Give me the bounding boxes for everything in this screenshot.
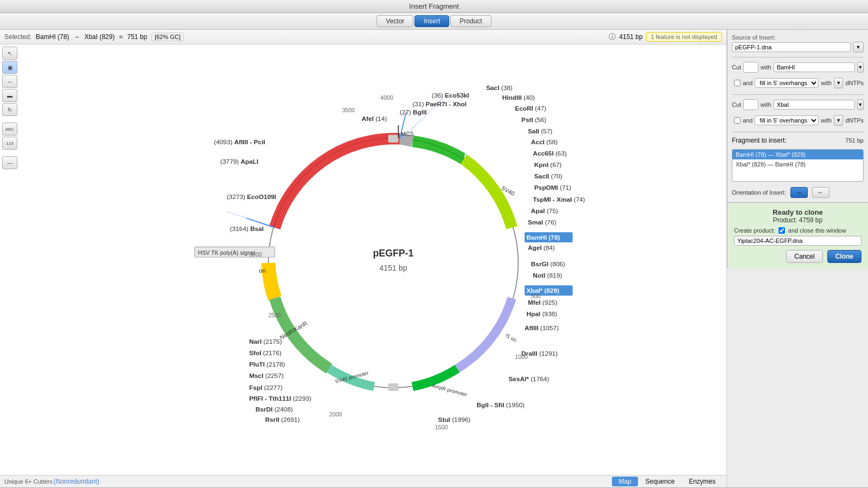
- svg-text:PflFI - Tth111I  (2293): PflFI - Tth111I (2293): [249, 395, 311, 402]
- tab-product[interactable]: Product: [450, 15, 491, 27]
- svg-text:SacI (38): SacI (38): [486, 84, 513, 92]
- create-label: Create product:: [734, 227, 775, 234]
- fragment-bp: 751 bp: [845, 137, 864, 144]
- cut2-enzyme-dropdown[interactable]: ▼: [857, 99, 864, 110]
- tool-zoom[interactable]: ↔: [2, 75, 17, 88]
- svg-text:KpnI (67): KpnI (67): [534, 161, 562, 169]
- tool-line[interactable]: —: [2, 156, 17, 169]
- svg-text:(31)  PaeR7I - XhoI: (31) PaeR7I - XhoI: [412, 100, 467, 108]
- right-column: Source of Insert: ▼ Cut ▲ ▼ with: [727, 30, 868, 487]
- fill2-select[interactable]: fill in 5' overhangs: [755, 115, 819, 125]
- cut1-label: Cut: [732, 64, 741, 70]
- svg-text:PspOMI (71): PspOMI (71): [534, 184, 571, 191]
- tool-select[interactable]: ▣: [2, 61, 17, 74]
- tool-feature[interactable]: ▬: [2, 89, 17, 102]
- svg-text:(36)  Eco53kI: (36) Eco53kI: [432, 92, 469, 99]
- svg-text:(4093)  AfIIII - PciI: (4093) AfIIII - PciI: [214, 138, 265, 146]
- svg-text:SalI (57): SalI (57): [528, 127, 552, 135]
- svg-text:StuI (1996): StuI (1996): [438, 416, 471, 423]
- ready-title: Ready to clone: [734, 208, 861, 216]
- close-checkbox[interactable]: [778, 227, 785, 234]
- fragment-list: BamHI (78) — XbaI* (829) XbaI* (829) — B…: [732, 149, 864, 182]
- fill1-select[interactable]: fill in 5' overhangs: [755, 78, 819, 88]
- tab-vector[interactable]: Vector: [376, 15, 413, 27]
- tab-insert[interactable]: Insert: [414, 15, 449, 27]
- source-dropdown[interactable]: ▼: [853, 42, 864, 53]
- circular-map-svg: EGFP MCS SV40 or: [22, 44, 726, 475]
- cut2-stepper[interactable]: ▲ ▼: [743, 99, 758, 110]
- product-filename[interactable]: [734, 236, 861, 246]
- cut2-with: with: [761, 101, 771, 108]
- svg-text:HindIII (40): HindIII (40): [502, 94, 535, 101]
- cut1-enzyme[interactable]: [774, 62, 855, 72]
- cut1-enzyme-dropdown[interactable]: ▼: [857, 62, 864, 73]
- fill1-checkbox[interactable]: [734, 80, 741, 86]
- cut1-row: Cut ▲ ▼ with ▼: [732, 62, 864, 73]
- svg-text:PluTI  (2178): PluTI (2178): [249, 361, 285, 368]
- svg-text:(3273)  EcoO109I: (3273) EcoO109I: [227, 193, 276, 201]
- btab-enzymes[interactable]: Enzymes: [682, 477, 722, 486]
- tool-arrow[interactable]: ↖: [2, 47, 17, 60]
- svg-text:pEGFP-1: pEGFP-1: [373, 248, 414, 259]
- left-panel: Selected: BamHI (78) → XbaI (829) = 751 …: [0, 30, 727, 487]
- selection-equals: =: [119, 33, 123, 41]
- nonredundant-label[interactable]: (Nonredundant): [54, 478, 99, 485]
- btab-sequence[interactable]: Sequence: [639, 477, 681, 486]
- svg-text:SmaI (76): SmaI (76): [528, 219, 557, 226]
- btab-map[interactable]: Map: [612, 477, 637, 486]
- svg-text:EcoRI (47): EcoRI (47): [515, 105, 546, 112]
- svg-text:ori: ori: [259, 267, 266, 274]
- selection-to: XbaI (829): [84, 33, 114, 41]
- cut2-row: Cut ▲ ▼ with ▼: [732, 99, 864, 110]
- bottom-tabs: Unique 6+ Cutters (Nonredundant) Map Seq…: [0, 475, 726, 487]
- cancel-button[interactable]: Cancel: [786, 250, 822, 263]
- fill1-dntps-dropdown[interactable]: ▼: [834, 78, 843, 88]
- tool-123[interactable]: 123: [2, 137, 17, 150]
- cut1-stepper[interactable]: ▲ ▼: [743, 62, 758, 73]
- source-selector: ▼: [732, 42, 864, 53]
- fragment-label: Fragment to insert:: [732, 137, 787, 144]
- fragment-item-1[interactable]: XbaI* (829) — BamHI (78): [732, 159, 863, 169]
- selection-from: BamHI (78): [36, 33, 69, 41]
- svg-text:SfoI  (2176): SfoI (2176): [249, 349, 282, 357]
- create-row: Create product: and close this window: [734, 227, 861, 234]
- svg-text:1000: 1000: [515, 354, 528, 360]
- orient-reverse-btn[interactable]: ←: [812, 187, 829, 198]
- orientation-row: Orientation of Insert: → ←: [732, 187, 864, 198]
- fill2-checkbox[interactable]: [734, 117, 741, 124]
- fragment-header: Fragment to insert: 751 bp: [732, 137, 864, 144]
- svg-text:(3164)  BsaI: (3164) BsaI: [230, 225, 264, 233]
- svg-text:BamHI (78): BamHI (78): [527, 234, 560, 241]
- svg-text:2000: 2000: [329, 411, 342, 418]
- svg-text:MCS: MCS: [401, 131, 414, 137]
- svg-text:PstI (56): PstI (56): [521, 116, 546, 124]
- tool-abc[interactable]: ABC: [2, 123, 17, 136]
- cut2-label: Cut: [732, 101, 741, 108]
- source-label: Source of Insert:: [732, 34, 864, 41]
- fill2-dntps-dropdown[interactable]: ▼: [834, 115, 843, 126]
- tool-primer[interactable]: ↻: [2, 103, 17, 116]
- cutters-label: Unique 6+ Cutters: [4, 478, 53, 485]
- source-input[interactable]: [732, 42, 851, 52]
- fill1-and: and: [743, 80, 752, 86]
- svg-text:4151 bp: 4151 bp: [379, 264, 407, 272]
- clone-button[interactable]: Clone: [827, 250, 861, 263]
- svg-text:FspI  (2277): FspI (2277): [249, 384, 283, 391]
- svg-text:3000: 3000: [249, 251, 262, 258]
- orient-forward-btn[interactable]: →: [790, 187, 808, 198]
- cut1-value[interactable]: [744, 62, 758, 72]
- feature-warning: 1 feature is not displayed: [646, 32, 722, 42]
- fragment-item-0[interactable]: BamHI (78) — XbaI* (829): [732, 150, 863, 159]
- ready-section: Ready to clone Product: 4759 bp: [734, 208, 861, 224]
- close-label: and close this window: [788, 227, 846, 234]
- fill2-with: with: [821, 117, 832, 124]
- cut2-value[interactable]: [744, 100, 758, 110]
- svg-text:BglI - SfiI (1950): BglI - SfiI (1950): [476, 401, 525, 409]
- fill1-with: with: [821, 80, 832, 86]
- divider-3: [732, 132, 864, 132]
- fragment-item-0-label: BamHI (78) — XbaI* (829): [736, 151, 806, 158]
- divider-2: [732, 94, 864, 95]
- cut2-enzyme[interactable]: [774, 100, 855, 110]
- circular-map: EGFP MCS SV40 or: [22, 44, 726, 475]
- cut1-with: with: [761, 64, 771, 70]
